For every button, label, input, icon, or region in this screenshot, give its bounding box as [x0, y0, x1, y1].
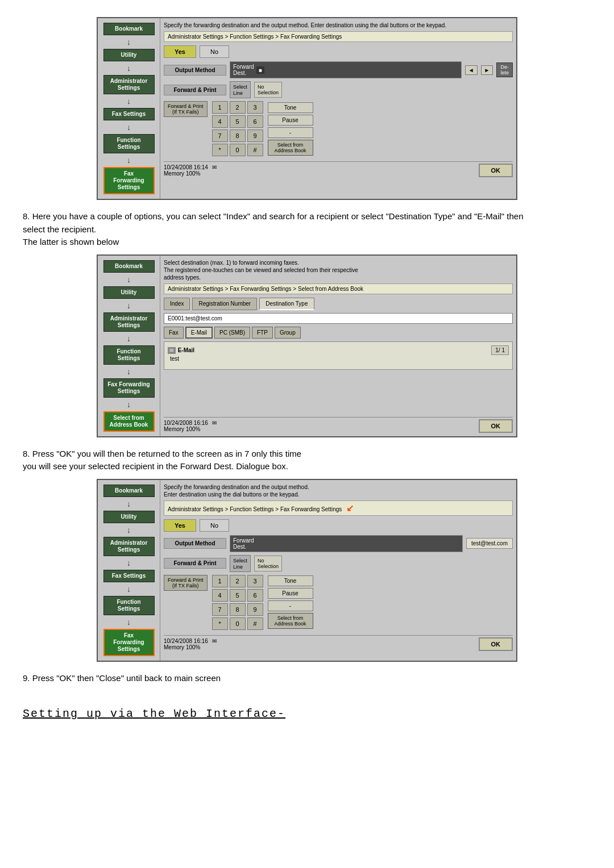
sidebar-faxfwd-2[interactable]: Fax Forwarding Settings	[103, 378, 155, 398]
tone-btn-3[interactable]: Tone	[268, 575, 313, 586]
sidebar-1: Bookmark ↓ Utility ↓ Administrator Setti…	[98, 18, 160, 199]
memory-3: Memory 100%	[164, 644, 200, 650]
sidebar-bookmark-3[interactable]: Bookmark	[103, 485, 155, 497]
index-tab-2[interactable]: Index	[164, 298, 190, 310]
pcsmb-tab-2[interactable]: PC (SMB)	[214, 327, 250, 339]
sidebar-fax-3[interactable]: Fax Settings	[103, 570, 155, 582]
num-4-3[interactable]: 4	[212, 589, 228, 602]
num-1-1[interactable]: 1	[212, 101, 228, 114]
email-tab-2[interactable]: E-Mail	[185, 327, 213, 339]
num-8-1[interactable]: 8	[230, 130, 246, 142]
num-0-3[interactable]: 0	[230, 617, 246, 630]
output-method-label-3: Output Method	[164, 538, 226, 549]
select-addr-btn-1[interactable]: Select from Address Book	[268, 140, 313, 156]
num-0-1[interactable]: 0	[230, 144, 246, 156]
yes-button-1[interactable]: Yes	[164, 45, 196, 58]
dash-btn-3[interactable]: -	[268, 600, 313, 611]
num-2-1[interactable]: 2	[230, 101, 246, 114]
num-3-3[interactable]: 3	[247, 575, 263, 587]
body-text-3: 9. Press "OK" then "Close" until back to…	[23, 672, 534, 685]
body-text-2: 8. Press "OK" you will then be returned …	[23, 448, 534, 473]
sidebar-fax-1[interactable]: Fax Settings	[103, 108, 155, 120]
ftp-tab-2[interactable]: FTP	[252, 327, 273, 339]
num-hash-3[interactable]: #	[247, 617, 263, 630]
fwd-print-fail-3[interactable]: Forward & Print (If TX Fails)	[164, 575, 208, 591]
email-result-icon-2: ✉	[168, 347, 176, 354]
fwd-dest-value-3: test@test.com	[466, 538, 513, 549]
sidebar-utility-2[interactable]: Utility	[103, 286, 155, 299]
num-9-3[interactable]: 9	[247, 603, 263, 616]
numpad-right-3: Tone Pause - Select from Address Book	[268, 575, 313, 630]
select-line-1: Select Line	[230, 81, 251, 98]
num-4-1[interactable]: 4	[212, 115, 228, 128]
main-area-2: Select destination (max. 1) to forward i…	[160, 256, 516, 436]
status-bar-1: 10/24/2008 16:14 ✉ Memory 100% OK	[164, 161, 513, 177]
pause-btn-3[interactable]: Pause	[268, 588, 313, 599]
back-btn-1[interactable]: ◄	[465, 65, 478, 75]
email-result-type-2: E-Mail	[178, 347, 194, 353]
tab-row-2: Index Registration Number Destination Ty…	[164, 298, 513, 310]
memory-1: Memory 100%	[164, 170, 200, 177]
panel-1: Bookmark ↓ Utility ↓ Administrator Setti…	[97, 17, 517, 200]
pause-btn-1[interactable]: Pause	[268, 115, 313, 126]
yes-button-3[interactable]: Yes	[164, 519, 196, 532]
fwd-btn-1[interactable]: ►	[481, 65, 493, 75]
dash-btn-1[interactable]: -	[268, 127, 313, 138]
num-7-1[interactable]: 7	[212, 130, 228, 142]
sidebar-utility-3[interactable]: Utility	[103, 511, 155, 523]
sidebar-utility-1[interactable]: Utility	[103, 49, 155, 61]
num-3-1[interactable]: 3	[247, 101, 263, 114]
num-1-3[interactable]: 1	[212, 575, 228, 587]
fwd-print-fail-1[interactable]: Forward & Print (If TX Fails)	[164, 101, 208, 117]
num-6-3[interactable]: 6	[247, 589, 263, 602]
select-line-3: Select Line	[230, 555, 251, 572]
envelope-icon-3: ✉	[212, 638, 217, 644]
ok-button-2[interactable]: OK	[479, 419, 513, 433]
num-6-1[interactable]: 6	[247, 115, 263, 128]
num-star-3[interactable]: *	[212, 617, 228, 630]
num-hash-1[interactable]: #	[247, 144, 263, 156]
num-7-3[interactable]: 7	[212, 603, 228, 616]
envelope-icon-1: ✉	[212, 164, 217, 170]
sidebar-function-3[interactable]: Function Settings	[103, 596, 155, 615]
sidebar-faxfwd-1[interactable]: Fax Forwarding Settings	[103, 167, 155, 194]
sidebar-function-1[interactable]: Function Settings	[103, 134, 155, 153]
sidebar-faxfwd-3[interactable]: Fax Forwarding Settings	[103, 629, 155, 656]
reg-num-tab-2[interactable]: Registration Number	[192, 298, 257, 310]
section-heading: Setting up via the Web Interface-	[23, 707, 591, 720]
sidebar-admin-1[interactable]: Administrator Settings	[103, 75, 155, 94]
num-star-1[interactable]: *	[212, 144, 228, 156]
sidebar-admin-2[interactable]: Administrator Settings	[103, 312, 155, 332]
main-area-3: Specify the forwarding destination and t…	[160, 480, 516, 661]
delete-btn-1[interactable]: De-lete	[496, 62, 513, 77]
breadcrumb-1: Administrator Settings > Function Settin…	[164, 31, 513, 42]
no-selection-1: No Selection	[254, 82, 282, 98]
panel-2: Bookmark ↓ Utility ↓ Administrator Setti…	[97, 254, 517, 437]
group-tab-2[interactable]: Group	[275, 327, 301, 339]
instruction-2: Select destination (max. 1) to forward i…	[164, 259, 513, 281]
tone-btn-1[interactable]: Tone	[268, 102, 313, 113]
forward-dest-btn-1[interactable]: Forward Dest. ■	[230, 61, 462, 78]
select-addr-btn-3[interactable]: Select from Address Book	[268, 613, 313, 629]
num-5-3[interactable]: 5	[230, 589, 246, 602]
sidebar-admin-3[interactable]: Administrator Settings	[103, 537, 155, 556]
body-text-1: 8. Here you have a couple of options, yo…	[23, 210, 534, 249]
num-2-3[interactable]: 2	[230, 575, 246, 587]
num-9-1[interactable]: 9	[247, 130, 263, 142]
sidebar-bookmark-2[interactable]: Bookmark	[103, 260, 155, 273]
no-button-1[interactable]: No	[200, 45, 229, 58]
dest-type-tab-2[interactable]: Destination Type	[259, 298, 314, 310]
sidebar-function-2[interactable]: Function Settings	[103, 345, 155, 365]
sidebar-bookmark-1[interactable]: Bookmark	[103, 23, 155, 35]
ok-button-1[interactable]: OK	[479, 164, 513, 177]
num-5-1[interactable]: 5	[230, 115, 246, 128]
no-button-3[interactable]: No	[200, 519, 229, 532]
fax-tab-2[interactable]: Fax	[164, 327, 184, 339]
sidebar-addrbook-2[interactable]: Select from Address Book	[103, 411, 155, 432]
num-8-3[interactable]: 8	[230, 603, 246, 616]
ok-button-3[interactable]: OK	[479, 637, 513, 651]
forward-dest-btn-3[interactable]: Forward Dest.	[230, 535, 463, 552]
datetime-1: 10/24/2008 16:14	[164, 164, 208, 170]
instruction-1: Specify the forwarding destination and t…	[164, 22, 513, 29]
memory-2: Memory 100%	[164, 426, 200, 432]
